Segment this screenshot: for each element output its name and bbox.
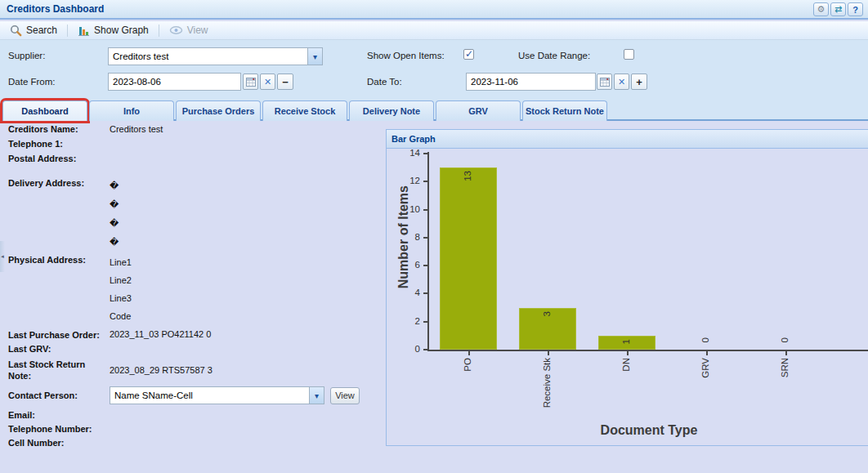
chevron-down-icon[interactable]: ▾	[307, 48, 322, 65]
show-open-items-checkbox[interactable]	[463, 49, 474, 60]
contact-extra-rows: Email:Telephone Number:Cell Number:	[8, 408, 378, 450]
search-button[interactable]: Search	[5, 23, 62, 38]
detail-values: Creditors test	[110, 123, 355, 136]
refresh-icon[interactable]: ⇄	[830, 2, 846, 16]
detail-values	[110, 152, 355, 166]
contact-person-input[interactable]	[110, 387, 309, 404]
tab-label: Info	[123, 106, 140, 116]
detail-value: 2023_11_03 PO421142 0	[110, 328, 355, 341]
detail-values: 2023_11_03 PO421142 0	[110, 328, 355, 341]
detail-values	[110, 422, 355, 436]
chevron-down-icon[interactable]: ▾	[309, 387, 324, 404]
date-to-input[interactable]	[466, 73, 596, 91]
contact-person-row: Contact Person: ▾ View	[8, 386, 378, 404]
detail-value: �	[110, 233, 355, 252]
bar-value-label: 0	[780, 337, 790, 342]
date-from-label: Date From:	[8, 77, 56, 87]
tab-label: Receive Stock	[275, 106, 336, 116]
bar-value-label: 1	[621, 339, 631, 344]
detail-value: �	[110, 176, 355, 195]
page-title: Creditors Dashboard	[7, 3, 104, 15]
y-tick	[423, 181, 427, 182]
search-label: Search	[26, 25, 57, 36]
y-axis-line	[427, 152, 429, 351]
detail-label: Creditors Name:	[8, 123, 110, 136]
view-contact-button[interactable]: View	[330, 387, 360, 404]
x-category-label: PO	[463, 358, 472, 372]
supplier-input[interactable]	[109, 48, 307, 65]
x-tick	[785, 351, 787, 355]
settings-icon[interactable]: ⚙	[813, 2, 829, 16]
show-graph-button[interactable]: Show Graph	[73, 23, 154, 38]
detail-values: Line1Line2Line3Code	[110, 253, 355, 325]
tab-info[interactable]: Info	[89, 100, 174, 121]
search-icon	[10, 25, 22, 37]
collapse-handle[interactable]: ◄	[0, 241, 5, 272]
date-from-clear-icon[interactable]: ✕	[260, 74, 275, 90]
x-tick	[548, 351, 549, 355]
detail-row-postal-address: Postal Address:	[8, 152, 378, 166]
x-category-label: DN	[621, 358, 631, 372]
y-tick-label: 12	[387, 176, 420, 185]
x-category-label: GRV	[700, 358, 710, 378]
y-tick	[423, 153, 427, 154]
y-tick-label: 4	[387, 288, 420, 297]
detail-values	[110, 408, 355, 422]
eye-icon	[169, 25, 183, 35]
detail-row-creditors-name: Creditors Name:Creditors test	[8, 123, 378, 136]
tab-label: GRV	[468, 106, 488, 116]
detail-label: Email:	[8, 408, 110, 422]
bar-chart-icon	[78, 25, 90, 37]
x-tick	[468, 351, 470, 355]
contact-person-combobox[interactable]: ▾	[110, 386, 324, 404]
bar-po	[440, 167, 497, 350]
bar-graph-panel: Bar Graph 0246810121413PO3Receive Stk1DN…	[386, 129, 868, 446]
date-from-input[interactable]	[108, 73, 241, 91]
y-tick-label: 0	[387, 344, 420, 354]
tab-label: Delivery Note	[363, 106, 420, 116]
detail-value: Line2	[110, 271, 355, 289]
supplier-combobox[interactable]: ▾	[108, 47, 323, 65]
date-to-clear-icon[interactable]: ✕	[614, 74, 629, 90]
date-to-plus-button[interactable]: +	[631, 74, 647, 90]
x-axis-line	[427, 350, 868, 351]
help-icon[interactable]: ?	[848, 2, 863, 16]
supplier-label: Supplier:	[8, 51, 45, 60]
bar-value-label: 0	[700, 337, 710, 342]
date-to-calendar-icon[interactable]	[597, 74, 612, 90]
detail-label: Postal Address:	[8, 152, 110, 166]
toolbar-separator	[159, 25, 159, 37]
bar-value-label: 3	[542, 311, 552, 316]
tab-grv[interactable]: GRV	[436, 100, 521, 121]
title-bar: Creditors Dashboard ⚙ ⇄ ?	[0, 0, 868, 20]
detail-label: Physical Address:	[8, 253, 110, 325]
x-tick	[706, 351, 708, 355]
date-from-minus-button[interactable]: −	[277, 74, 293, 90]
use-date-range-checkbox[interactable]	[624, 49, 634, 60]
detail-row-telephone-number: Telephone Number:	[8, 422, 378, 436]
y-tick	[423, 237, 427, 239]
tab-purchase-orders[interactable]: Purchase Orders	[176, 100, 261, 121]
creditors-dashboard-window: { "window_title": "Creditors Dashboard",…	[0, 0, 868, 473]
date-from-calendar-icon[interactable]	[243, 74, 258, 90]
tab-stock-return-note[interactable]: Stock Return Note	[522, 100, 607, 121]
tab-label: Dashboard	[21, 106, 68, 116]
use-date-range-label: Use Date Range:	[518, 51, 590, 60]
tab-receive-stock[interactable]: Receive Stock	[262, 100, 347, 121]
show-open-items-label: Show Open Items:	[367, 51, 445, 60]
detail-value: Line1	[110, 253, 355, 271]
tab-strip: DashboardInfoPurchase OrdersReceive Stoc…	[0, 96, 868, 121]
detail-values: ����	[110, 176, 355, 252]
titlebar-buttons: ⚙ ⇄ ?	[813, 2, 863, 16]
toolbar-separator	[67, 25, 68, 37]
bar-value-label: 13	[463, 171, 472, 181]
x-tick	[627, 351, 629, 355]
tab-delivery-note[interactable]: Delivery Note	[349, 100, 434, 121]
detail-row-email: Email:	[8, 408, 378, 422]
detail-value: Code	[110, 307, 355, 325]
tab-dashboard[interactable]: Dashboard	[2, 100, 87, 121]
contact-person-label: Contact Person:	[8, 390, 110, 401]
bar-graph-title: Bar Graph	[391, 134, 436, 144]
details-rows: Creditors Name:Creditors testTelephone 1…	[8, 123, 378, 382]
view-button[interactable]: View	[164, 23, 213, 38]
